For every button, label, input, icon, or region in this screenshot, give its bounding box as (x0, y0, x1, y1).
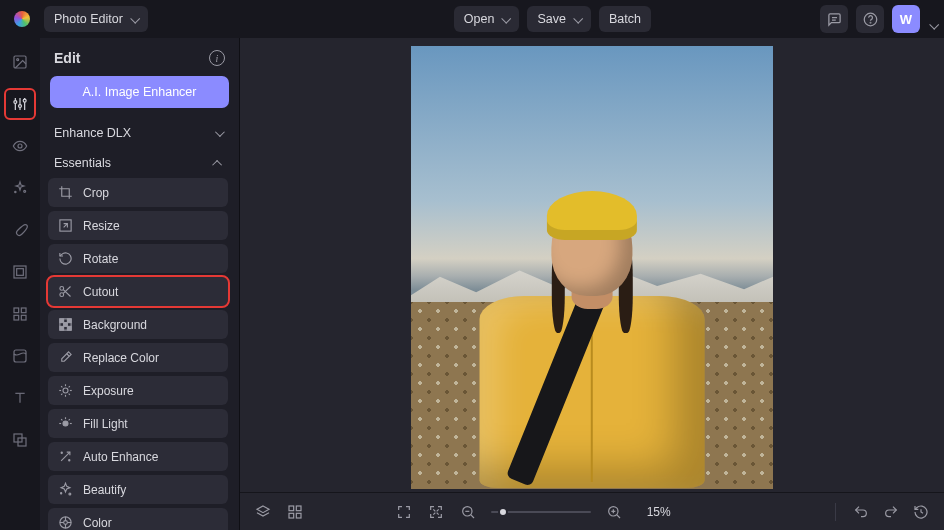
rail-text-icon[interactable] (6, 384, 34, 412)
svg-line-42 (61, 394, 62, 395)
svg-point-52 (69, 493, 71, 495)
tool-crop-label: Crop (83, 186, 109, 200)
svg-rect-64 (289, 506, 294, 511)
svg-rect-18 (21, 308, 26, 313)
tool-fill-light-label: Fill Light (83, 417, 128, 431)
svg-point-35 (63, 388, 68, 393)
svg-rect-20 (21, 315, 26, 320)
tool-beautify[interactable]: Beautify (48, 475, 228, 504)
tool-fill-light[interactable]: Fill Light (48, 409, 228, 438)
rail-texture-icon[interactable] (6, 342, 34, 370)
canvas-image (411, 46, 773, 489)
bottom-bar: 15% (240, 492, 944, 530)
svg-point-3 (870, 22, 871, 23)
zoom-in-icon[interactable] (605, 503, 623, 521)
rail-brush-icon[interactable] (6, 216, 34, 244)
tool-beautify-label: Beautify (83, 483, 126, 497)
zoom-value: 15% (647, 505, 671, 519)
svg-point-51 (69, 460, 70, 461)
svg-point-50 (61, 452, 62, 453)
svg-rect-65 (296, 506, 301, 511)
open-button[interactable]: Open (454, 6, 520, 32)
ai-enhancer-button[interactable]: A.I. Image Enhancer (50, 76, 229, 108)
canvas[interactable] (240, 38, 944, 492)
essentials-tool-list: Crop Resize Rotate Cutout Background (40, 178, 236, 530)
rail-grid-icon[interactable] (6, 300, 34, 328)
history-icon[interactable] (912, 503, 930, 521)
help-icon[interactable] (856, 5, 884, 33)
tool-exposure[interactable]: Exposure (48, 376, 228, 405)
svg-line-40 (61, 386, 62, 387)
zoom-slider-thumb[interactable] (498, 507, 508, 517)
stage: 15% (240, 38, 944, 530)
rail-overlay-icon[interactable] (6, 426, 34, 454)
fit-icon[interactable] (427, 503, 445, 521)
rail-frame-icon[interactable] (6, 258, 34, 286)
tool-crop[interactable]: Crop (48, 178, 228, 207)
compare-grid-icon[interactable] (286, 503, 304, 521)
section-enhance-dlx-label: Enhance DLX (54, 126, 131, 140)
tool-auto-enhance[interactable]: Auto Enhance (48, 442, 228, 471)
tool-color[interactable]: Color (48, 508, 228, 530)
user-avatar[interactable]: W (892, 5, 920, 33)
user-menu-chevron-icon[interactable] (928, 15, 936, 23)
app-title-dropdown[interactable]: Photo Editor (44, 6, 148, 32)
tool-color-label: Color (83, 516, 112, 530)
tool-resize[interactable]: Resize (48, 211, 228, 240)
svg-rect-19 (14, 315, 19, 320)
rail-eye-icon[interactable] (6, 132, 34, 160)
fullscreen-icon[interactable] (395, 503, 413, 521)
tool-rotate-label: Rotate (83, 252, 118, 266)
tool-background[interactable]: Background (48, 310, 228, 339)
svg-line-74 (616, 514, 619, 517)
layers-icon[interactable] (254, 503, 272, 521)
svg-rect-67 (296, 513, 301, 518)
section-essentials[interactable]: Essentials (40, 148, 236, 178)
svg-line-70 (470, 514, 473, 517)
tool-exposure-label: Exposure (83, 384, 134, 398)
section-essentials-label: Essentials (54, 156, 111, 170)
svg-point-7 (14, 101, 17, 104)
tool-replace-color[interactable]: Replace Color (48, 343, 228, 372)
batch-label: Batch (609, 12, 641, 26)
chevron-down-icon (215, 127, 225, 137)
tool-cutout-label: Cutout (83, 285, 118, 299)
svg-rect-17 (14, 308, 19, 313)
section-enhance-dlx[interactable]: Enhance DLX (40, 118, 236, 148)
tool-rotate[interactable]: Rotate (48, 244, 228, 273)
redo-icon[interactable] (882, 503, 900, 521)
rail-sparkle-icon[interactable] (6, 174, 34, 202)
svg-point-55 (64, 521, 68, 525)
panel-title: Edit (54, 50, 80, 66)
chevron-up-icon (212, 159, 222, 169)
tool-cutout[interactable]: Cutout (48, 277, 228, 306)
svg-point-9 (19, 105, 22, 108)
svg-point-27 (60, 287, 64, 291)
svg-point-53 (61, 493, 62, 494)
svg-point-11 (23, 99, 26, 102)
save-button[interactable]: Save (527, 6, 591, 32)
svg-rect-34 (67, 326, 71, 330)
rail-image-icon[interactable] (6, 48, 34, 76)
svg-line-41 (69, 394, 70, 395)
svg-line-43 (69, 386, 70, 387)
info-icon[interactable]: i (209, 50, 225, 66)
batch-button[interactable]: Batch (599, 6, 651, 32)
app-logo-icon (14, 11, 30, 27)
undo-icon[interactable] (852, 503, 870, 521)
svg-point-44 (63, 421, 68, 426)
svg-point-12 (18, 144, 22, 148)
zoom-slider[interactable] (491, 511, 591, 513)
svg-point-14 (15, 191, 16, 192)
svg-rect-21 (14, 350, 26, 362)
svg-rect-16 (17, 269, 24, 276)
save-label: Save (537, 12, 566, 26)
feedback-icon[interactable] (820, 5, 848, 33)
tool-resize-label: Resize (83, 219, 120, 233)
svg-rect-15 (14, 266, 26, 278)
zoom-out-icon[interactable] (459, 503, 477, 521)
svg-line-49 (69, 419, 70, 420)
rail-adjust-icon[interactable] (6, 90, 34, 118)
svg-rect-66 (289, 513, 294, 518)
edit-panel: Edit i A.I. Image Enhancer Enhance DLX E… (40, 38, 240, 530)
